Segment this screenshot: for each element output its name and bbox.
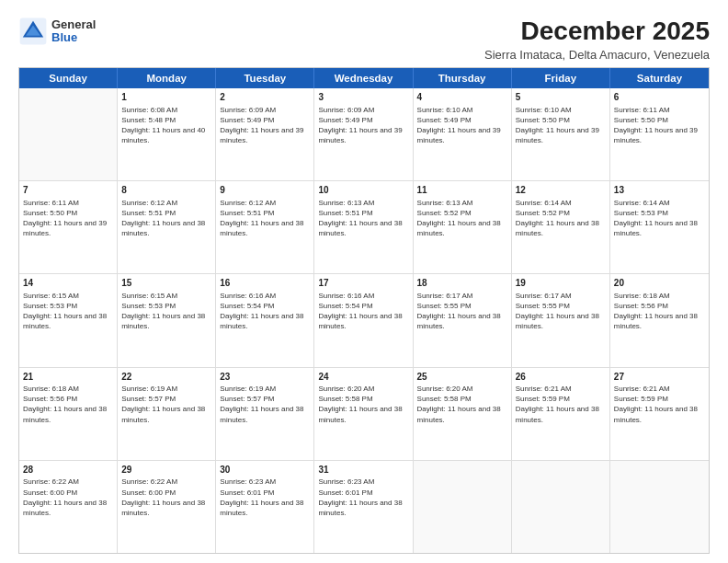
cell-info: Sunrise: 6:21 AMSunset: 5:59 PMDaylight:… <box>516 384 606 425</box>
cell-info: Sunrise: 6:14 AMSunset: 5:52 PMDaylight:… <box>516 198 606 239</box>
day-number: 20 <box>614 277 705 290</box>
week-row-4: 21Sunrise: 6:18 AMSunset: 5:56 PMDayligh… <box>19 368 709 461</box>
cal-cell: 28Sunrise: 6:22 AMSunset: 6:00 PMDayligh… <box>19 461 118 553</box>
logo-text: General Blue <box>51 18 96 45</box>
day-number: 28 <box>23 464 113 477</box>
day-number: 3 <box>318 91 408 104</box>
day-number: 11 <box>417 184 507 197</box>
day-number: 24 <box>318 371 408 384</box>
cell-info: Sunrise: 6:11 AMSunset: 5:50 PMDaylight:… <box>614 105 705 146</box>
day-number: 15 <box>121 277 211 290</box>
week-row-2: 7Sunrise: 6:11 AMSunset: 5:50 PMDaylight… <box>19 181 709 274</box>
day-number: 5 <box>516 91 606 104</box>
cell-info: Sunrise: 6:19 AMSunset: 5:57 PMDaylight:… <box>220 384 310 425</box>
cell-info: Sunrise: 6:19 AMSunset: 5:57 PMDaylight:… <box>121 384 211 425</box>
day-number: 14 <box>23 277 113 290</box>
day-number: 7 <box>23 184 113 197</box>
cell-info: Sunrise: 6:16 AMSunset: 5:54 PMDaylight:… <box>318 291 408 332</box>
cal-cell: 14Sunrise: 6:15 AMSunset: 5:53 PMDayligh… <box>19 274 118 366</box>
day-number: 30 <box>220 464 310 477</box>
week-row-1: 1Sunrise: 6:08 AMSunset: 5:48 PMDaylight… <box>19 88 709 181</box>
header-day-saturday: Saturday <box>610 68 709 88</box>
cell-info: Sunrise: 6:21 AMSunset: 5:59 PMDaylight:… <box>614 384 705 425</box>
cal-cell: 6Sunrise: 6:11 AMSunset: 5:50 PMDaylight… <box>610 88 709 180</box>
cal-cell: 2Sunrise: 6:09 AMSunset: 5:49 PMDaylight… <box>216 88 314 180</box>
day-number: 17 <box>318 277 408 290</box>
header-day-thursday: Thursday <box>414 68 512 88</box>
header: General Blue December 2025 Sierra Imatac… <box>18 17 710 62</box>
title-block: December 2025 Sierra Imataca, Delta Amac… <box>484 17 710 62</box>
header-day-sunday: Sunday <box>19 68 118 88</box>
cal-cell: 18Sunrise: 6:17 AMSunset: 5:55 PMDayligh… <box>414 274 512 366</box>
day-number: 23 <box>220 371 310 384</box>
cell-info: Sunrise: 6:09 AMSunset: 5:49 PMDaylight:… <box>318 105 408 146</box>
cell-info: Sunrise: 6:22 AMSunset: 6:00 PMDaylight:… <box>121 477 211 518</box>
cell-info: Sunrise: 6:17 AMSunset: 5:55 PMDaylight:… <box>516 291 606 332</box>
cal-cell: 4Sunrise: 6:10 AMSunset: 5:49 PMDaylight… <box>414 88 512 180</box>
cell-info: Sunrise: 6:09 AMSunset: 5:49 PMDaylight:… <box>220 105 310 146</box>
cell-info: Sunrise: 6:20 AMSunset: 5:58 PMDaylight:… <box>318 384 408 425</box>
logo: General Blue <box>18 17 96 46</box>
cell-info: Sunrise: 6:12 AMSunset: 5:51 PMDaylight:… <box>220 198 310 239</box>
cal-cell: 3Sunrise: 6:09 AMSunset: 5:49 PMDaylight… <box>314 88 413 180</box>
main-title: December 2025 <box>484 17 710 46</box>
day-number: 26 <box>516 371 606 384</box>
cal-cell: 31Sunrise: 6:23 AMSunset: 6:01 PMDayligh… <box>314 461 413 553</box>
header-day-tuesday: Tuesday <box>216 68 314 88</box>
cell-info: Sunrise: 6:15 AMSunset: 5:53 PMDaylight:… <box>121 291 211 332</box>
day-number: 16 <box>220 277 310 290</box>
day-number: 18 <box>417 277 507 290</box>
day-number: 29 <box>121 464 211 477</box>
day-number: 12 <box>516 184 606 197</box>
cal-cell: 29Sunrise: 6:22 AMSunset: 6:00 PMDayligh… <box>118 461 216 553</box>
cell-info: Sunrise: 6:08 AMSunset: 5:48 PMDaylight:… <box>121 105 211 146</box>
cell-info: Sunrise: 6:14 AMSunset: 5:53 PMDaylight:… <box>614 198 705 239</box>
cell-info: Sunrise: 6:12 AMSunset: 5:51 PMDaylight:… <box>121 198 211 239</box>
cell-info: Sunrise: 6:15 AMSunset: 5:53 PMDaylight:… <box>23 291 113 332</box>
cal-cell <box>610 461 709 553</box>
logo-general: General <box>51 18 96 31</box>
cell-info: Sunrise: 6:20 AMSunset: 5:58 PMDaylight:… <box>417 384 507 425</box>
day-number: 6 <box>614 91 705 104</box>
cal-cell: 24Sunrise: 6:20 AMSunset: 5:58 PMDayligh… <box>314 368 413 460</box>
cal-cell: 30Sunrise: 6:23 AMSunset: 6:01 PMDayligh… <box>216 461 314 553</box>
day-number: 4 <box>417 91 507 104</box>
cal-cell: 12Sunrise: 6:14 AMSunset: 5:52 PMDayligh… <box>512 181 610 273</box>
day-number: 19 <box>516 277 606 290</box>
header-day-friday: Friday <box>512 68 610 88</box>
cal-cell: 16Sunrise: 6:16 AMSunset: 5:54 PMDayligh… <box>216 274 314 366</box>
cal-cell: 19Sunrise: 6:17 AMSunset: 5:55 PMDayligh… <box>512 274 610 366</box>
cal-cell: 15Sunrise: 6:15 AMSunset: 5:53 PMDayligh… <box>118 274 216 366</box>
cell-info: Sunrise: 6:10 AMSunset: 5:49 PMDaylight:… <box>417 105 507 146</box>
cal-cell: 23Sunrise: 6:19 AMSunset: 5:57 PMDayligh… <box>216 368 314 460</box>
calendar-body: 1Sunrise: 6:08 AMSunset: 5:48 PMDaylight… <box>19 88 709 553</box>
cal-cell: 26Sunrise: 6:21 AMSunset: 5:59 PMDayligh… <box>512 368 610 460</box>
cell-info: Sunrise: 6:18 AMSunset: 5:56 PMDaylight:… <box>23 384 113 425</box>
cell-info: Sunrise: 6:13 AMSunset: 5:51 PMDaylight:… <box>318 198 408 239</box>
logo-blue: Blue <box>51 31 96 44</box>
cal-cell: 20Sunrise: 6:18 AMSunset: 5:56 PMDayligh… <box>610 274 709 366</box>
cell-info: Sunrise: 6:18 AMSunset: 5:56 PMDaylight:… <box>614 291 705 332</box>
cal-cell: 8Sunrise: 6:12 AMSunset: 5:51 PMDaylight… <box>118 181 216 273</box>
day-number: 25 <box>417 371 507 384</box>
cal-cell <box>19 88 118 180</box>
cal-cell: 7Sunrise: 6:11 AMSunset: 5:50 PMDaylight… <box>19 181 118 273</box>
header-day-monday: Monday <box>118 68 216 88</box>
logo-icon <box>18 17 48 46</box>
cell-info: Sunrise: 6:23 AMSunset: 6:01 PMDaylight:… <box>318 477 408 518</box>
cal-cell: 27Sunrise: 6:21 AMSunset: 5:59 PMDayligh… <box>610 368 709 460</box>
cell-info: Sunrise: 6:23 AMSunset: 6:01 PMDaylight:… <box>220 477 310 518</box>
cal-cell: 25Sunrise: 6:20 AMSunset: 5:58 PMDayligh… <box>414 368 512 460</box>
header-day-wednesday: Wednesday <box>314 68 413 88</box>
day-number: 13 <box>614 184 705 197</box>
cal-cell: 5Sunrise: 6:10 AMSunset: 5:50 PMDaylight… <box>512 88 610 180</box>
cal-cell: 9Sunrise: 6:12 AMSunset: 5:51 PMDaylight… <box>216 181 314 273</box>
day-number: 2 <box>220 91 310 104</box>
cell-info: Sunrise: 6:11 AMSunset: 5:50 PMDaylight:… <box>23 198 113 239</box>
cal-cell <box>512 461 610 553</box>
page: General Blue December 2025 Sierra Imatac… <box>0 0 728 563</box>
cal-cell: 1Sunrise: 6:08 AMSunset: 5:48 PMDaylight… <box>118 88 216 180</box>
day-number: 1 <box>121 91 211 104</box>
cell-info: Sunrise: 6:17 AMSunset: 5:55 PMDaylight:… <box>417 291 507 332</box>
cal-cell: 21Sunrise: 6:18 AMSunset: 5:56 PMDayligh… <box>19 368 118 460</box>
